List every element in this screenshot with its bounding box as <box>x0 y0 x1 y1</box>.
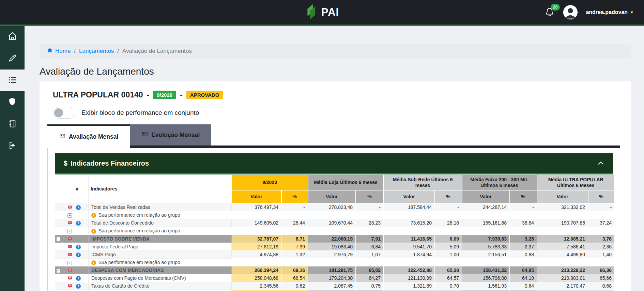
value-cell: 3,76 <box>588 235 615 243</box>
indicator-label: Taxas de Convênios Terceirizados <box>89 290 232 291</box>
sidebar-item-notebook[interactable] <box>0 113 25 135</box>
sidebar-item-logout[interactable] <box>0 135 25 157</box>
value-cell: 28,44 <box>281 219 308 227</box>
comment-icon[interactable] <box>67 268 73 273</box>
value-cell: 68,49 <box>537 290 588 291</box>
breadcrumb-home-link[interactable]: Home <box>47 47 71 55</box>
value-cell: 2.170,47 <box>537 282 588 290</box>
performance-label: iSua performance em relação ao grupo <box>89 227 615 235</box>
chevron-up-icon[interactable] <box>597 159 604 167</box>
home-icon <box>47 47 53 55</box>
sidebar-item-list-active[interactable] <box>0 70 25 91</box>
info-icon[interactable]: i <box>76 221 81 226</box>
pct-subheader: % <box>356 190 384 203</box>
breadcrumb-lancamentos-link[interactable]: Lançamentos <box>79 48 114 55</box>
expand-cell <box>55 243 66 250</box>
value-cell: 7.586,41 <box>537 243 588 250</box>
value-cell: - <box>510 203 537 211</box>
tab-avaliacao-mensal[interactable]: Avaliação Mensal <box>47 124 130 148</box>
value-cell: 28,23 <box>356 219 384 227</box>
indicator-label: ICMS Pago <box>89 250 232 258</box>
expand-plus-icon[interactable]: + <box>67 213 72 218</box>
warning-info-icon[interactable]: i <box>91 260 96 265</box>
valor-subheader: Valor <box>308 190 356 203</box>
value-cell: 278.823,48 <box>308 203 356 211</box>
bell-icon <box>545 12 554 18</box>
comment-icon[interactable] <box>67 221 73 226</box>
value-cell: 258.048,68 <box>232 274 281 282</box>
user-menu[interactable]: andrea.padovan ▼ <box>586 9 634 15</box>
tab-content: $ Indicadores Financeiros <box>47 146 620 291</box>
collapse-cell: − <box>55 266 66 274</box>
valor-subheader: Valor <box>384 190 435 203</box>
info-icon[interactable]: i <box>76 205 81 210</box>
indicator-row: iICMS Pago4.974,881,322.976,791,071.874,… <box>55 250 615 258</box>
value-cell: 65,28 <box>435 266 462 274</box>
comment-icon[interactable] <box>67 205 73 210</box>
column-group-media-faixa: Média Faixa 200 - 300 MIL Últimos 6 mese… <box>462 175 537 190</box>
logout-icon <box>8 141 17 151</box>
value-cell: 37,24 <box>588 219 615 227</box>
info-icon[interactable]: i <box>76 245 81 249</box>
breadcrumb-separator: / <box>74 48 76 55</box>
value-cell: 155.161,88 <box>462 219 510 227</box>
warning-info-icon[interactable]: i <box>91 213 96 218</box>
value-cell: 0,00 <box>281 290 308 291</box>
username: andrea.padovan <box>586 9 628 15</box>
info-icon[interactable]: i <box>76 276 81 281</box>
value-cell: 65,66 <box>588 274 615 282</box>
value-cell: 64,57 <box>435 274 462 282</box>
value-cell: 0,75 <box>356 282 384 290</box>
value-cell: 187.584,44 <box>384 203 435 211</box>
panel-header[interactable]: $ Indicadores Financeiros <box>55 153 613 174</box>
sidebar-item-security[interactable] <box>0 91 25 113</box>
info-icon[interactable]: i <box>76 284 81 289</box>
indicator-label: Total de Vendas Realizadas <box>89 203 232 211</box>
value-cell: 1.561,93 <box>462 282 510 290</box>
warning-info-icon[interactable]: i <box>91 229 96 234</box>
row-icons-cell: i <box>66 250 89 258</box>
column-group-media-ultra: Média ULTRA POPULAR Últimos 6 Meses <box>537 175 615 190</box>
separator-dash: - <box>147 90 150 99</box>
value-cell: - <box>435 203 462 211</box>
breadcrumb: Home / Lançamentos / Avaliação de Lançam… <box>40 44 631 59</box>
expand-plus-icon[interactable]: + <box>67 261 72 265</box>
chevron-down-icon: ▼ <box>630 10 634 14</box>
comment-icon[interactable] <box>67 245 73 249</box>
comment-icon[interactable] <box>67 237 73 242</box>
sidebar-item-home[interactable] <box>0 26 25 48</box>
breadcrumb-current: Avaliação de Lançamentos <box>122 48 192 55</box>
value-cell: 2,36 <box>588 243 615 250</box>
avatar[interactable] <box>563 5 578 19</box>
value-cell: 158.431,22 <box>462 266 510 274</box>
notifications-bell[interactable]: 20 <box>545 7 555 18</box>
value-cell: 0,00 <box>510 290 537 291</box>
tab-evolucao-mensal[interactable]: Evolução Mensal <box>130 124 211 146</box>
page-title: Avaliação de Lançamentos <box>40 66 631 77</box>
expand-cell <box>55 282 66 290</box>
value-cell: - <box>281 203 308 211</box>
indicators-table: # Indicadores 9/2020 Média Loja Últimos … <box>55 174 615 291</box>
row-icons-cell: i <box>66 203 89 211</box>
value-cell: 64,27 <box>356 274 384 282</box>
collapse-minus-icon[interactable]: − <box>56 269 61 273</box>
comment-icon[interactable] <box>67 276 73 281</box>
expand-plus-icon[interactable]: + <box>67 229 72 233</box>
brand-name: PAI <box>321 6 339 18</box>
evaluation-card: ULTRA POPULAR 00140 - 9/2020 - APROVADO … <box>40 81 631 291</box>
value-cell: 0,62 <box>281 282 308 290</box>
indicator-row: iImposto Federal Pago27.812,197,3919.083… <box>55 243 615 250</box>
sidebar-item-edit[interactable] <box>0 48 25 70</box>
tab-label: Avaliação Mensal <box>69 133 118 140</box>
value-cell: 0,00 <box>356 290 384 291</box>
separator-dash: - <box>180 90 183 99</box>
collapse-minus-icon[interactable]: − <box>56 237 61 241</box>
performance-block-toggle[interactable] <box>53 107 75 119</box>
comment-icon[interactable] <box>67 252 73 257</box>
indicator-row: iDespesas com Pagto de Mercadorias (CMV)… <box>55 274 615 282</box>
performance-text: Sua performance em relação ao grupo <box>98 260 180 265</box>
value-cell: 0,00 <box>232 290 281 291</box>
comment-icon[interactable] <box>67 284 73 289</box>
row-icons-cell <box>66 235 89 243</box>
info-icon[interactable]: i <box>76 252 81 257</box>
